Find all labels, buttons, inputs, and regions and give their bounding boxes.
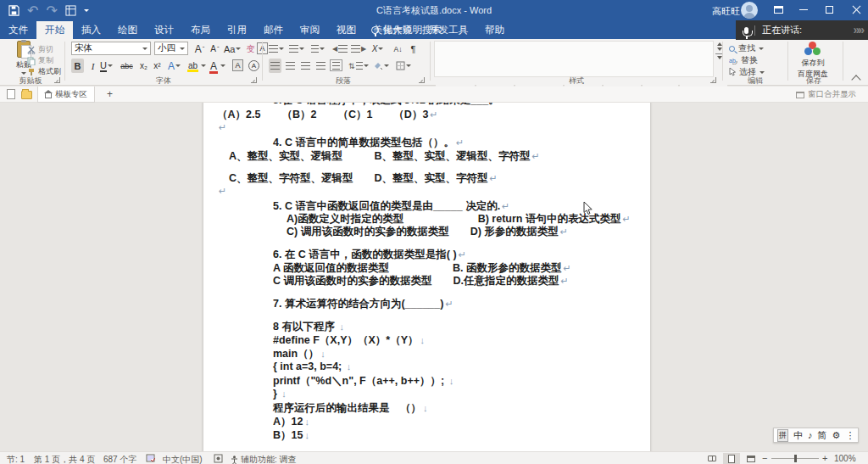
document-line[interactable]: B）15↓ [273, 428, 309, 443]
read-mode-button[interactable] [704, 453, 721, 464]
change-case-button[interactable]: Aa [224, 42, 241, 56]
document-line[interactable]: （A）2.5 （B）2 （C）1 （D）3↵ [217, 108, 438, 122]
replace-button[interactable]: ab 替换 [729, 54, 758, 66]
document-line[interactable]: 程序运行后的输出结果是 （）↓ [273, 401, 428, 416]
strikethrough-button[interactable]: abc [120, 59, 133, 73]
zoom-level[interactable]: 100% [834, 454, 856, 463]
styles-dialog-launcher[interactable] [710, 77, 716, 83]
document-canvas[interactable]: 3.在 C 语言程序中，表达式 5%2 的结果是___。↵（A）2.5 （B）2… [0, 103, 868, 451]
highlight-button[interactable]: ab [188, 59, 206, 73]
shrink-font-button[interactable]: Aˇ [209, 42, 221, 56]
paragraph-dialog-launcher[interactable] [419, 77, 425, 83]
document-line[interactable]: 8 有以下程序 ↓ [273, 320, 344, 334]
ribbon-tab-6[interactable]: 引用 [219, 21, 255, 39]
document-line[interactable]: C) 调用该函数时的实参的数据类型 D) 形参的数据类型↵ [287, 225, 568, 239]
merge-windows-toggle[interactable]: 窗口合并显示 [796, 89, 856, 100]
bold-button[interactable]: B [71, 59, 84, 73]
close-button[interactable] [844, 0, 868, 19]
template-zone-tab[interactable]: 模板专区 [37, 87, 95, 103]
avatar[interactable] [741, 2, 758, 19]
account-name[interactable]: 高旺旺 [712, 5, 740, 18]
ribbon-tab-5[interactable]: 布局 [182, 21, 219, 39]
ime-logo[interactable]: 拼 [777, 429, 788, 442]
bullets-button[interactable] [269, 42, 284, 56]
open-folder-icon[interactable] [21, 91, 32, 99]
ime-mode-chinese[interactable]: 中 [793, 429, 803, 442]
multilevel-list-button[interactable] [309, 42, 325, 56]
character-shading-button[interactable]: A [232, 59, 243, 71]
document-line[interactable]: 6. 在 C 语言中，函数的数据类型是指( )↵ [273, 248, 466, 262]
justify-button[interactable] [314, 59, 327, 73]
align-center-button[interactable] [284, 59, 297, 73]
distributed-button[interactable] [330, 59, 342, 71]
asian-layout-button[interactable]: X [371, 42, 384, 56]
new-document-icon[interactable] [7, 89, 15, 99]
cut-button[interactable]: 剪切 [27, 44, 53, 55]
proofing-icon[interactable] [146, 454, 155, 464]
document-line[interactable]: 7. 算术运算符的结合方向为(______)↵ [273, 297, 453, 311]
section-indicator[interactable]: 节: 1 [7, 454, 25, 464]
font-dialog-launcher[interactable] [251, 77, 257, 83]
superscript-button[interactable]: x² [151, 59, 164, 73]
document-line[interactable]: main（）↓ [273, 347, 326, 361]
document-line[interactable]: ↵ [217, 121, 226, 133]
ribbon-display-options-button[interactable] [766, 0, 790, 19]
ribbon-tab-9[interactable]: 视图 [328, 21, 364, 39]
restore-button[interactable] [817, 0, 841, 19]
save-to-baidu-button[interactable]: 保存到 百度网盘 [791, 42, 835, 80]
styles-scroll-up-icon[interactable] [717, 42, 722, 46]
document-line[interactable]: A）12↓ [273, 415, 309, 429]
document-line[interactable]: A、整型、实型、逻辑型 B、整型、实型、逻辑型、字符型↵ [229, 149, 540, 164]
shading-button[interactable] [374, 59, 389, 73]
document-line[interactable]: ↵ [217, 185, 226, 197]
font-color-button[interactable]: A [210, 59, 225, 73]
phonetic-guide-button[interactable]: 变 [244, 42, 257, 56]
ribbon-tab-3[interactable]: 绘图 [109, 21, 146, 39]
copy-button[interactable]: 复制 [27, 55, 53, 66]
word-count[interactable]: 687 个字 [103, 454, 136, 464]
align-left-button[interactable] [269, 59, 281, 73]
new-tab-button[interactable]: + [107, 88, 113, 100]
web-layout-button[interactable] [743, 453, 760, 464]
accessibility-status[interactable]: 辅助功能: 调查 [231, 454, 297, 464]
underline-button[interactable]: U [100, 59, 113, 73]
align-right-button[interactable] [299, 59, 312, 73]
font-family-select[interactable]: 宋体 [71, 42, 151, 55]
styles-scroll-down-icon[interactable] [717, 48, 722, 51]
paste-dropdown-icon[interactable] [21, 72, 26, 75]
find-button[interactable]: 查找 [729, 42, 764, 54]
subscript-button[interactable]: x₂ [137, 59, 150, 73]
ime-more-icon[interactable]: ⋮ [845, 430, 854, 441]
document-line[interactable]: #define F（X,Y）（X）*（Y）↓ [273, 333, 425, 348]
text-effects-button[interactable]: A [168, 59, 181, 73]
ime-toolbar[interactable]: 拼中♪简⚙⋮ [773, 428, 859, 443]
clipboard-dialog-launcher[interactable] [54, 77, 60, 83]
increase-indent-button[interactable]: ▶ [351, 42, 366, 56]
ribbon-tab-1[interactable]: 开始 [36, 21, 73, 39]
zoom-slider-thumb[interactable] [794, 455, 797, 462]
document-line[interactable]: { int a=3, b=4; ↓ [273, 361, 351, 372]
page-indicator[interactable]: 第 1 页，共 4 页 [34, 454, 95, 464]
line-spacing-button[interactable]: ⇅ [348, 59, 369, 73]
document-line[interactable]: 4. C 语言中的简单数据类型包括（）。↵ [273, 136, 464, 150]
document-page[interactable]: 3.在 C 语言程序中，表达式 5%2 的结果是___。↵（A）2.5 （B）2… [203, 103, 650, 451]
ime-settings-icon[interactable]: ⚙ [832, 430, 841, 441]
ribbon-tab-2[interactable]: 插入 [73, 21, 109, 39]
enclose-characters-button[interactable]: A [248, 59, 260, 73]
document-line[interactable]: C 调用该函数时的实参的数据类型 D.任意指定的数据类型↵ [273, 274, 569, 288]
print-layout-button[interactable] [723, 453, 740, 464]
tell-me-search[interactable]: 操作说明搜索 [371, 21, 442, 39]
ribbon-tab-12[interactable]: 帮助 [476, 21, 513, 39]
document-line[interactable]: } ↓ [273, 388, 287, 400]
font-size-select[interactable]: 小四 [154, 42, 188, 55]
ime-tone-icon[interactable]: ♪ [808, 430, 813, 440]
minimize-button[interactable] [792, 0, 815, 19]
document-line[interactable]: C、整型、字符型、逻辑型 D、整型、实型、字符型↵ [229, 171, 498, 186]
zoom-out-button[interactable]: − [762, 453, 767, 463]
italic-button[interactable]: I [86, 59, 99, 73]
ribbon-tab-8[interactable]: 审阅 [292, 21, 328, 39]
sort-button[interactable]: A↓ [392, 42, 404, 56]
numbering-button[interactable] [289, 42, 304, 56]
styles-more-icon[interactable] [717, 56, 722, 59]
collapse-ribbon-icon[interactable] [851, 75, 860, 84]
